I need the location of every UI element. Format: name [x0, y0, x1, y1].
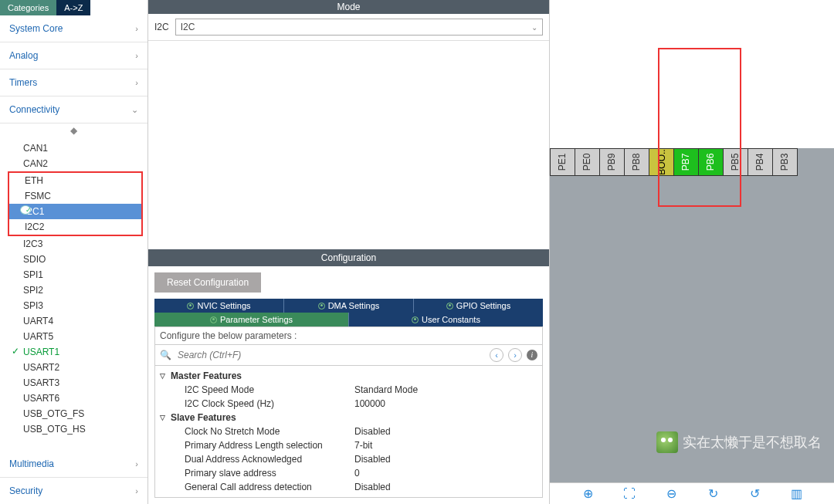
sidebar: Categories A->Z System Core › Analog › T…	[0, 0, 148, 504]
configure-hint: Configure the below parameters :	[154, 326, 543, 345]
group-label: Multimedia	[9, 458, 54, 469]
check-icon: ✓	[20, 205, 31, 215]
fit-screen-icon[interactable]: ⛶	[622, 488, 636, 500]
group-security[interactable]: Security ›	[0, 478, 147, 504]
pin-pb4[interactable]: PB4	[748, 148, 773, 176]
pin-pb7[interactable]: PB7I2C1_SDA	[673, 148, 699, 176]
search-prev-button[interactable]: ‹	[490, 348, 503, 362]
status-dot-icon	[187, 303, 194, 310]
param-row[interactable]: I2C Clock Speed (Hz)100000	[160, 397, 537, 411]
mode-select[interactable]: I2C ⌄	[175, 19, 543, 36]
group-slave-features[interactable]: ▽Slave Features	[160, 411, 537, 425]
status-dot-icon	[412, 316, 419, 323]
item-can1[interactable]: CAN1	[0, 140, 147, 156]
status-dot-icon	[210, 316, 217, 323]
collapse-icon: ▽	[160, 372, 168, 380]
tab-categories[interactable]: Categories	[0, 0, 56, 15]
pin-label: PB9	[607, 154, 618, 171]
search-input[interactable]	[176, 349, 485, 361]
group-analog[interactable]: Analog ›	[0, 42, 147, 69]
item-usb-otg-fs[interactable]: USB_OTG_FS	[0, 406, 147, 421]
group-system-core[interactable]: System Core ›	[0, 15, 147, 42]
layout-icon[interactable]: ▥	[789, 488, 803, 500]
tab-dma-settings[interactable]: DMA Settings	[284, 299, 414, 313]
item-usart2[interactable]: USART2	[0, 360, 147, 375]
status-dot-icon	[318, 303, 325, 310]
pin-label: PE0	[582, 154, 593, 171]
pin-pe0[interactable]: PE0	[575, 148, 600, 176]
item-usart3[interactable]: USART3	[0, 375, 147, 391]
tab-user-constants[interactable]: User Constants	[349, 313, 543, 326]
zoom-in-icon[interactable]: ⊕	[581, 488, 595, 500]
watermark-text: 实在太懒于是不想取名	[683, 433, 822, 452]
pin-pb9[interactable]: PB9	[599, 148, 625, 176]
chevron-right-icon: ›	[135, 51, 138, 60]
group-label: Connectivity	[9, 104, 59, 115]
tab-nvic-settings[interactable]: NVIC Settings	[154, 299, 284, 313]
pin-label: PB3	[780, 154, 791, 171]
configuration-header: Configuration	[148, 249, 549, 266]
zoom-out-icon[interactable]: ⊖	[664, 488, 678, 500]
item-spi1[interactable]: SPI1	[0, 267, 147, 282]
pinout-panel: PE1PE0PB9PB8BOO..PB7I2C1_SDAPB6I2C1_SCLP…	[550, 0, 834, 504]
item-eth[interactable]: ETH	[9, 173, 141, 188]
group-label: Analog	[9, 50, 38, 61]
tab-az[interactable]: A->Z	[56, 0, 90, 15]
info-icon[interactable]: i	[527, 350, 537, 360]
tab-parameter-settings[interactable]: Parameter Settings	[154, 313, 349, 326]
chevron-right-icon: ›	[135, 78, 138, 87]
item-usart6[interactable]: USART6	[0, 391, 147, 406]
tab-gpio-settings[interactable]: GPIO Settings	[414, 299, 543, 313]
status-dot-icon	[446, 303, 453, 310]
pin-label: PE1	[558, 154, 568, 171]
item-i2c3[interactable]: I2C3	[0, 236, 147, 252]
group-connectivity[interactable]: Connectivity ⌄	[0, 96, 147, 123]
chevron-down-icon: ⌄	[131, 105, 138, 115]
pin-pb6[interactable]: PB6I2C1_SCL	[698, 148, 724, 176]
sidebar-tabs: Categories A->Z	[0, 0, 147, 15]
item-usb-otg-hs[interactable]: USB_OTG_HS	[0, 421, 147, 437]
pin-boo[interactable]: BOO..	[649, 148, 674, 176]
pin-label: PB6	[706, 154, 717, 171]
chevron-right-icon: ›	[135, 459, 138, 468]
pin-label: PB7	[681, 154, 692, 171]
group-timers[interactable]: Timers ›	[0, 69, 147, 96]
group-label: Timers	[9, 77, 37, 88]
param-row[interactable]: Dual Address AcknowledgedDisabled	[160, 452, 537, 466]
param-row[interactable]: General Call address detectionDisabled	[160, 480, 537, 494]
item-uart5[interactable]: UART5	[0, 329, 147, 344]
sort-icon[interactable]: ◆	[0, 123, 147, 137]
item-can2[interactable]: CAN2	[0, 156, 147, 171]
item-i2c2[interactable]: I2C2	[9, 219, 141, 235]
pin-pb5[interactable]: PB5	[723, 148, 748, 176]
collapse-icon: ▽	[160, 414, 168, 421]
item-usart1[interactable]: USART1	[0, 344, 147, 360]
pin-signal-label: I2C1_SCL	[705, 93, 717, 139]
item-fsmc[interactable]: FSMC	[9, 188, 141, 204]
reset-configuration-button[interactable]: Reset Configuration	[154, 272, 261, 293]
chevron-down-icon: ⌄	[531, 23, 537, 32]
mode-value: I2C	[181, 22, 195, 32]
pin-pe1[interactable]: PE1	[550, 148, 575, 176]
rotate-icon[interactable]: ↻	[706, 488, 720, 500]
param-row[interactable]: Primary slave address0	[160, 466, 537, 480]
item-spi3[interactable]: SPI3	[0, 298, 147, 313]
chevron-right-icon: ›	[135, 24, 138, 33]
rotate-ccw-icon[interactable]: ↺	[748, 488, 761, 500]
item-spi2[interactable]: SPI2	[0, 282, 147, 298]
pin-pb3[interactable]: PB3	[772, 148, 798, 176]
pin-pb8[interactable]: PB8	[624, 148, 649, 176]
item-uart4[interactable]: UART4	[0, 313, 147, 329]
param-row[interactable]: Primary Address Length selection7-bit	[160, 438, 537, 452]
param-row[interactable]: Clock No Stretch ModeDisabled	[160, 425, 537, 438]
pin-label: PB4	[755, 154, 766, 171]
pin-signal-label: I2C1_SDA	[680, 91, 692, 138]
group-master-features[interactable]: ▽Master Features	[160, 369, 537, 383]
item-sdio[interactable]: SDIO	[0, 252, 147, 267]
group-label: Security	[9, 485, 42, 496]
param-row[interactable]: I2C Speed ModeStandard Mode	[160, 383, 537, 397]
pin-label: PB8	[632, 154, 642, 171]
group-multimedia[interactable]: Multimedia ›	[0, 451, 147, 478]
pin-label: BOO..	[656, 149, 667, 174]
search-next-button[interactable]: ›	[508, 348, 522, 362]
